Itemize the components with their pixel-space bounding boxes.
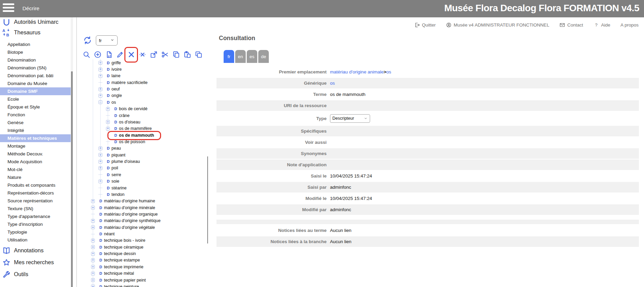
tree-node-label[interactable]: crâne xyxy=(119,113,129,118)
tree-node-label[interactable]: ivoire xyxy=(111,67,122,72)
tree-node-label[interactable]: stéarine xyxy=(111,186,126,190)
sidebar-item-denomination-sn[interactable]: Dénomination (SN) xyxy=(0,64,71,72)
sidebar-item-matieres-et-techniques[interactable]: Matières et techniques xyxy=(0,134,71,142)
tab-lang-en[interactable]: en xyxy=(235,50,246,63)
tree-node-label[interactable]: technique imprimerie xyxy=(104,265,143,269)
sidebar-item-epoque-et-style[interactable]: Époque et Style xyxy=(0,103,71,111)
sidebar-item-fonction[interactable]: Fonction xyxy=(0,111,71,119)
tree-node-label[interactable]: technique papier peint xyxy=(104,278,146,283)
tree-node-label[interactable]: griffe xyxy=(111,61,121,65)
toolbar-copy-icon[interactable] xyxy=(172,49,180,60)
tree-node-label[interactable]: peau xyxy=(111,146,121,151)
svg-text:B: B xyxy=(6,33,9,37)
sidebar-item-typologie[interactable]: Typologie xyxy=(0,228,71,236)
tree-node-label[interactable]: matériau d'origine organique xyxy=(104,212,158,217)
tree-node-label[interactable]: technique bois - ivoire xyxy=(104,238,145,243)
chevron-down-icon xyxy=(364,116,368,120)
unimarc-book-icon xyxy=(2,18,11,26)
sidebar-item-denomination-pat-bati[interactable]: Dénomination pat. bâti xyxy=(0,72,71,80)
tree-node-label[interactable]: bois de cervidé xyxy=(119,106,147,111)
tab-lang-fr[interactable]: fr xyxy=(224,50,234,63)
sidebar-item-denomination[interactable]: Dénomination xyxy=(0,56,71,64)
term-link-os[interactable]: os xyxy=(386,69,391,74)
sidebar-item-domaine-du-musee[interactable]: Domaine du Musée xyxy=(0,80,71,87)
toolbar-delete-icon[interactable] xyxy=(127,49,135,60)
tree-node-label[interactable]: technique peinture xyxy=(104,284,139,287)
tree-node-label[interactable]: technique métal xyxy=(104,271,134,276)
term-link-os[interactable]: os xyxy=(330,81,335,86)
tree-node-label[interactable]: laine xyxy=(111,73,120,78)
tree-node-label[interactable]: os d'oiseau xyxy=(119,120,140,124)
tree-node-label[interactable]: os de poisson xyxy=(119,139,145,144)
refresh-icon[interactable] xyxy=(83,36,92,45)
hamburger-menu-icon[interactable] xyxy=(3,3,15,14)
tree-node-label[interactable]: oeuf xyxy=(111,87,120,91)
toolbar-add-icon[interactable] xyxy=(93,49,102,60)
tree-node-label[interactable]: os xyxy=(111,100,116,105)
sidebar-item-mode-acquisition[interactable]: Mode Acquisition xyxy=(0,158,71,166)
sidebar-section-autorites-unimarc[interactable]: Autorités Unimarc xyxy=(0,17,71,27)
sidebar-section-thesaurus[interactable]: ABThesaurus xyxy=(0,27,71,38)
tree-node-label[interactable]: soie xyxy=(111,179,119,184)
tree-node-label[interactable]: technique dessin xyxy=(104,251,136,256)
cut-icon xyxy=(161,51,169,58)
toolbar-delete-branch-icon[interactable] xyxy=(138,49,146,60)
sidebar: Autorités UnimarcABThesaurus Appellation… xyxy=(0,17,71,287)
tree-node-label[interactable]: ongle xyxy=(111,93,122,98)
sidebar-tool-annotations[interactable]: Annotations xyxy=(0,244,71,256)
sidebar-item-nature[interactable]: Nature xyxy=(0,173,71,181)
sidebar-item-mot-cle[interactable]: Mot-clé xyxy=(0,166,71,173)
tree-node-materiau-d-origine-humaine: +Dmatériau d'origine humaine xyxy=(77,198,207,204)
toolbar-add-term-icon[interactable]: s+ xyxy=(105,49,113,60)
toolbar-paste-icon[interactable] xyxy=(183,49,191,60)
sidebar-tool-mes-recherches[interactable]: Mes recherches xyxy=(0,256,71,268)
sidebar-item-montage[interactable]: Montage xyxy=(0,142,71,150)
sidebar-item-type-d-appartenance[interactable]: Type d'appartenance xyxy=(0,213,71,220)
sidebar-item-type-d-inscription[interactable]: Type d'inscription xyxy=(0,220,71,228)
tree-node-label[interactable]: matière sacrificielle xyxy=(111,80,147,85)
tree-node-os: −Dos xyxy=(77,99,207,105)
sidebar-item-ecole[interactable]: Ecole xyxy=(0,95,71,103)
field-value: Aucun lien xyxy=(330,239,351,244)
sidebar-item-source-representation[interactable]: Source représentation xyxy=(0,197,71,205)
tab-lang-es[interactable]: es xyxy=(247,50,257,63)
sidebar-item-genese[interactable]: Genèse xyxy=(0,119,71,126)
toolbar-edit-icon[interactable] xyxy=(116,49,124,60)
tree-node-label[interactable]: matériau d'origine minérale xyxy=(104,205,155,210)
sidebar-item-utilisation[interactable]: Utilisation xyxy=(0,236,71,244)
tree-node-label[interactable]: néant xyxy=(104,232,115,236)
toolbar-search-icon[interactable] xyxy=(82,49,90,60)
tree-node-label[interactable]: matériau d'origine synthétique xyxy=(104,218,160,223)
sidebar-item-representation-decors[interactable]: Représentation-décors xyxy=(0,189,71,197)
sidebar-item-methode-decouv[interactable]: Méthode Decouv. xyxy=(0,150,71,158)
sidebar-item-integrite[interactable]: Intégrité xyxy=(0,126,71,134)
toolbar-cut-icon[interactable] xyxy=(161,49,169,60)
sidebar-item-appellation[interactable]: Appellation xyxy=(0,40,71,48)
sidebar-tool-outils[interactable]: Outils xyxy=(0,268,71,280)
sidebar-item-biotope[interactable]: Biotope xyxy=(0,48,71,56)
tree-node-label[interactable]: technique céramique xyxy=(104,245,143,250)
tree-node-label[interactable]: os de mammifère xyxy=(119,126,152,131)
tree-node-label[interactable]: piquant xyxy=(111,153,125,157)
tree-node-label[interactable]: poil xyxy=(111,166,118,170)
tree-scrollbar-thumb[interactable] xyxy=(207,156,208,243)
sidebar-item-texture-sn[interactable]: Texture (SN) xyxy=(0,205,71,213)
sidebar-scrollbar-thumb[interactable] xyxy=(71,71,73,287)
tree-language-select[interactable]: fr xyxy=(96,35,118,46)
tree-node-label[interactable]: plume d'oiseau xyxy=(111,159,140,164)
sidebar-item-produits-et-composants[interactable]: Produits et composants xyxy=(0,181,71,189)
toolbar-duplicate-icon[interactable] xyxy=(194,49,203,60)
toolbar-open-window-icon[interactable] xyxy=(150,49,158,60)
sidebar-section-label: Thesaurus xyxy=(14,29,40,36)
type-select[interactable]: Descripteur xyxy=(330,114,370,123)
descriptor-d-icon: D xyxy=(99,252,103,256)
tree-node-label[interactable]: matériau d'origine humaine xyxy=(104,199,155,203)
tree-node-label[interactable]: serre xyxy=(111,172,121,177)
tree-node-label[interactable]: technique estampe xyxy=(104,258,140,263)
tree-node-label[interactable]: matériau d'origine végétale xyxy=(104,225,155,230)
tree-node-label[interactable]: tendon xyxy=(111,192,124,197)
descriptor-d-icon: D xyxy=(114,140,118,144)
term-link-materiau-d-origine-animale[interactable]: matériau d'origine animale xyxy=(330,69,384,74)
tab-lang-de[interactable]: de xyxy=(258,50,269,63)
sidebar-item-domaine-smf[interactable]: Domaine SMF xyxy=(0,87,71,95)
